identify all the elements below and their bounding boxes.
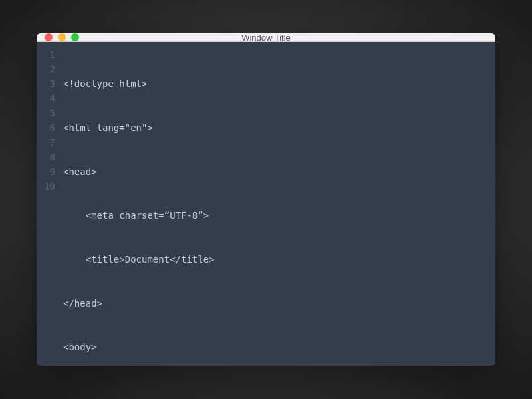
- line-number: 10: [37, 179, 55, 194]
- line-number: 6: [37, 120, 55, 135]
- close-icon[interactable]: [45, 33, 53, 41]
- minimize-icon[interactable]: [58, 33, 66, 41]
- code-line[interactable]: <body>: [63, 340, 495, 354]
- code-content[interactable]: <!doctype html> <html lang="en"> <head> …: [63, 47, 495, 366]
- maximize-icon[interactable]: [71, 33, 79, 41]
- code-line[interactable]: <html lang="en">: [63, 120, 495, 135]
- window-title: Window Title: [37, 33, 495, 43]
- traffic-lights: [37, 33, 79, 41]
- line-number: 5: [37, 106, 55, 120]
- editor-window: Window Title 1 2 3 4 5 6 7 8 9 10 <!doct…: [37, 33, 495, 366]
- line-number: 8: [37, 150, 55, 164]
- line-number: 9: [37, 164, 55, 179]
- window-titlebar[interactable]: Window Title: [37, 33, 495, 42]
- code-line[interactable]: <meta charset=“UTF-8”>: [63, 208, 495, 223]
- line-number: 1: [37, 47, 55, 62]
- line-number: 3: [37, 76, 55, 91]
- code-line[interactable]: </head>: [63, 296, 495, 311]
- code-line[interactable]: <!doctype html>: [63, 76, 495, 91]
- line-number: 7: [37, 135, 55, 150]
- line-number-gutter: 1 2 3 4 5 6 7 8 9 10: [37, 47, 63, 366]
- line-number: 2: [37, 62, 55, 76]
- code-line[interactable]: <head>: [63, 164, 495, 179]
- code-editor[interactable]: 1 2 3 4 5 6 7 8 9 10 <!doctype html> <ht…: [37, 42, 495, 366]
- code-line[interactable]: <title>Document</title>: [63, 252, 495, 267]
- line-number: 4: [37, 91, 55, 106]
